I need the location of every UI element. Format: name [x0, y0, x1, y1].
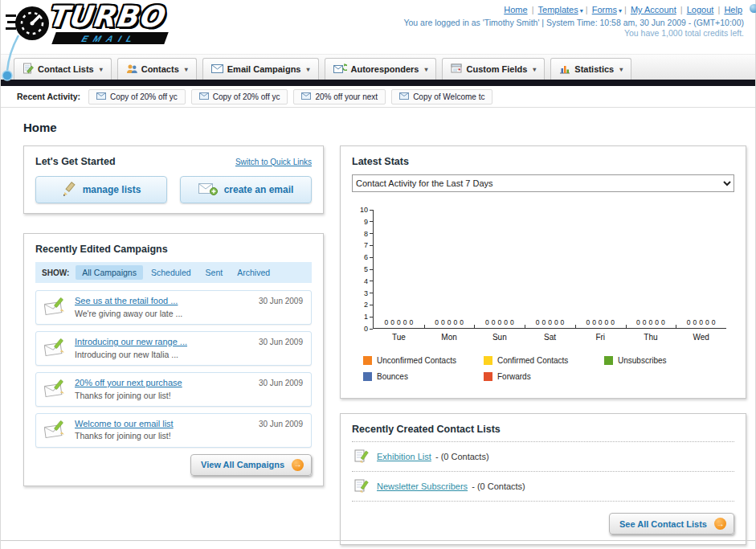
campaign-row[interactable]: Welcome to our email list Thanks for joi… — [35, 413, 312, 448]
tab-sent[interactable]: Sent — [199, 265, 230, 280]
chart-category-group: 00000Mon — [424, 210, 475, 328]
campaign-title-link[interactable]: 20% off your next purchase — [75, 378, 182, 387]
nav-tab-label: Custom Fields — [466, 64, 527, 74]
top-link-help[interactable]: Help — [724, 5, 742, 14]
svg-text:*: * — [459, 68, 461, 73]
arrow-right-icon: → — [292, 459, 304, 471]
main-nav: Contact Lists ▾ Contacts ▾ Email Campaig… — [1, 54, 755, 80]
page-title: Home — [23, 121, 731, 134]
chevron-down-icon: ▾ — [424, 66, 427, 73]
view-all-campaigns-button[interactable]: View All Campaigns → — [190, 454, 312, 476]
campaign-subtitle: We're giving away our late ... — [75, 309, 182, 319]
chart-legend: Unconfirmed Contacts Confirmed Contacts … — [363, 356, 734, 388]
legend-swatch — [604, 356, 613, 365]
contact-list-row[interactable]: Exhibition List - (0 Contacts) — [352, 442, 734, 472]
chart-category-group: 00000Thu — [626, 210, 676, 328]
legend-label: Confirmed Contacts — [497, 356, 568, 365]
legend-swatch — [363, 356, 372, 365]
legend-label: Bounces — [377, 372, 408, 381]
nav-tab-label: Statistics — [574, 64, 614, 74]
tab-archived[interactable]: Archived — [231, 265, 276, 280]
campaign-date: 30 Jun 2009 — [259, 420, 303, 428]
chart-category-group: 00000Tue — [374, 210, 424, 328]
see-all-contact-lists-label: See All Contact Lists — [619, 519, 707, 529]
top-header: TURBO EMAIL Home | Templates▾ | Forms▾ |… — [1, 0, 755, 54]
latest-stats-panel: Latest Stats Contact Activity for the La… — [340, 145, 746, 399]
envelope-icon — [301, 92, 311, 101]
contact-list-row[interactable]: Newsletter Subscribers - (0 Contacts) — [352, 472, 734, 502]
page-pencil-icon — [353, 477, 370, 495]
chart-category-group: 00000Fri — [575, 210, 626, 328]
recent-activity-item[interactable]: 20% off your next — [293, 89, 386, 104]
nav-divider-bar — [1, 80, 755, 86]
create-email-label: create an email — [224, 184, 294, 195]
view-all-campaigns-label: View All Campaigns — [201, 460, 284, 469]
bar-chart-icon — [559, 63, 570, 76]
recent-activity-item-label: Copy of 20% off yc — [213, 92, 280, 101]
recent-activity-items: Copy of 20% off yc Copy of 20% off yc 20… — [88, 89, 498, 104]
top-link-home[interactable]: Home — [504, 5, 527, 14]
recent-activity-item[interactable]: Copy of 20% off yc — [191, 89, 288, 104]
form-fields-icon: * — [451, 63, 462, 76]
contact-list-name-link[interactable]: Exhibition List — [377, 452, 431, 461]
recent-activity-item-label: Copy of Welcome tc — [413, 92, 484, 101]
legend-item: Confirmed Contacts — [484, 356, 604, 365]
recent-activity-item[interactable]: Copy of Welcome tc — [391, 89, 492, 104]
nav-tab-custom-fields[interactable]: * Custom Fields ▾ — [442, 58, 545, 80]
chevron-down-icon: ▾ — [619, 7, 622, 14]
tab-scheduled[interactable]: Scheduled — [145, 265, 198, 280]
envelope-pencil-icon — [44, 337, 67, 360]
campaign-title-link[interactable]: Welcome to our email list — [75, 419, 174, 428]
top-link-templates[interactable]: Templates — [538, 5, 578, 14]
nav-tab-contacts[interactable]: Contacts ▾ — [117, 58, 197, 80]
chevron-down-icon: ▾ — [306, 66, 309, 73]
show-label: SHOW: — [42, 268, 69, 277]
campaign-row[interactable]: 20% off your next purchase Thanks for jo… — [35, 372, 312, 407]
manage-lists-label: manage lists — [83, 184, 141, 195]
envelope-icon — [399, 92, 409, 101]
envelope-pencil-icon — [44, 419, 67, 442]
legend-item: Unconfirmed Contacts — [363, 356, 484, 365]
contact-list-name-link[interactable]: Newsletter Subscribers — [377, 481, 468, 491]
campaign-title-link[interactable]: See us at the retail food ... — [75, 296, 178, 305]
turbo-email-logo[interactable]: TURBO EMAIL — [6, 2, 206, 50]
campaign-row[interactable]: Introducing our new range ... Introducin… — [35, 331, 312, 366]
chevron-down-icon: ▾ — [185, 66, 188, 73]
contact-activity-chart: 012345678910 00000Tue00000Mon00000Sun000… — [352, 210, 734, 329]
nav-tab-statistics[interactable]: Statistics ▾ — [550, 58, 631, 80]
chart-groups: 00000Tue00000Mon00000Sun00000Sat00000Fri… — [374, 210, 726, 328]
nav-tab-autoresponders[interactable]: Autoresponders ▾ — [325, 58, 437, 80]
recent-activity-item[interactable]: Copy of 20% off yc — [88, 89, 186, 104]
recent-campaigns-panel: Recently Edited Campaigns SHOW: All Camp… — [23, 233, 324, 486]
nav-tab-contact-lists[interactable]: Contact Lists ▾ — [14, 58, 112, 80]
campaign-date: 30 Jun 2009 — [259, 379, 303, 387]
utility-nav: Home | Templates▾ | Forms▾ | My Account … — [502, 5, 744, 14]
autoresponder-icon — [333, 64, 347, 76]
create-email-button[interactable]: create an email — [180, 176, 312, 203]
get-started-title: Let's Get Started — [35, 156, 116, 167]
legend-label: Forwards — [497, 372, 531, 381]
campaigns-filter-tabs: SHOW: All Campaigns Scheduled Sent Archi… — [35, 262, 312, 283]
campaign-title-link[interactable]: Introducing our new range ... — [75, 337, 187, 346]
stats-period-select[interactable]: Contact Activity for the Last 7 Days — [352, 174, 734, 192]
chart-category-group: 00000Sun — [474, 210, 525, 328]
campaign-row[interactable]: See us at the retail food ... We're givi… — [35, 290, 312, 325]
top-link-my-account[interactable]: My Account — [631, 5, 676, 14]
chevron-down-icon: ▾ — [580, 7, 583, 14]
login-info: You are logged in as 'Timothy Smith' | S… — [403, 18, 744, 27]
logo-email-bar: EMAIL — [51, 32, 168, 44]
top-link-forms[interactable]: Forms — [592, 5, 617, 14]
switch-quick-links-link[interactable]: Switch to Quick Links — [235, 158, 312, 166]
top-link-logout[interactable]: Logout — [687, 5, 714, 14]
footer-divider — [1, 540, 755, 541]
latest-stats-title: Latest Stats — [352, 156, 734, 167]
legend-label: Unsubscribes — [618, 356, 667, 365]
chevron-down-icon: ▾ — [100, 66, 103, 73]
see-all-contact-lists-button[interactable]: See All Contact Lists → — [609, 513, 734, 535]
nav-tab-email-campaigns[interactable]: Email Campaigns ▾ — [202, 58, 319, 80]
legend-label: Unconfirmed Contacts — [377, 356, 456, 365]
manage-lists-button[interactable]: manage lists — [35, 176, 167, 203]
tab-all-campaigns[interactable]: All Campaigns — [76, 265, 143, 280]
chevron-down-icon: ▾ — [533, 66, 536, 73]
campaign-subtitle: Thanks for joining our list! — [75, 391, 182, 401]
